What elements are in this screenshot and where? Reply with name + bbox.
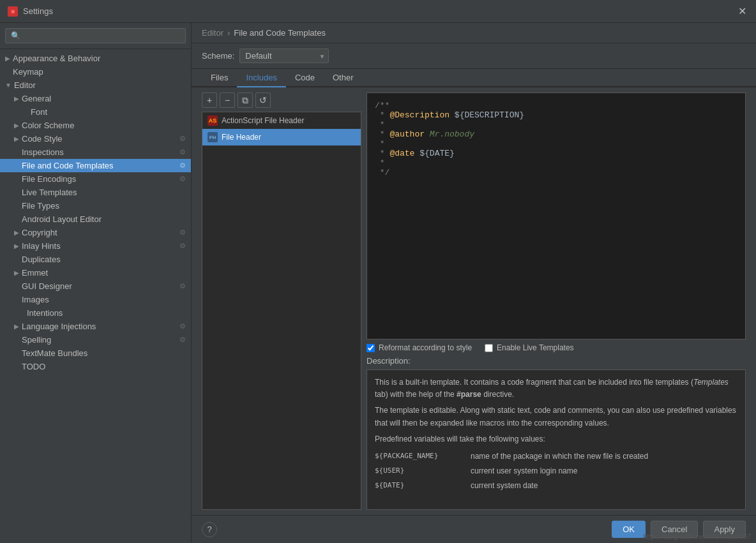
breadcrumb-current: File and Code Templates bbox=[234, 28, 326, 38]
sidebar-item-label: Language Injections bbox=[22, 322, 96, 331]
sidebar-item-textmate[interactable]: ▶ TextMate Bundles bbox=[0, 346, 191, 360]
breadcrumb: Editor › File and Code Templates bbox=[192, 23, 756, 43]
template-list-panel: + − ⧉ ↺ AS ActionScript File Header FH F… bbox=[202, 93, 361, 510]
sidebar-item-color-scheme[interactable]: ▶ Color Scheme bbox=[0, 119, 191, 132]
reformat-checkbox-label[interactable]: Reformat according to style bbox=[367, 343, 472, 352]
sidebar-item-label: File Encodings bbox=[22, 174, 76, 184]
var-desc: name of the package in which the new fil… bbox=[471, 450, 648, 463]
settings-badge: ⚙ bbox=[179, 175, 186, 183]
sidebar-item-label: Inlay Hints bbox=[22, 241, 61, 251]
settings-badge: ⚙ bbox=[179, 135, 186, 143]
sidebar-item-gui-designer[interactable]: ▶ GUI Designer ⚙ bbox=[0, 279, 191, 293]
sidebar-item-label: File and Code Templates bbox=[22, 161, 114, 170]
sidebar-item-live-templates[interactable]: ▶ Live Templates bbox=[0, 186, 191, 199]
tab-other[interactable]: Other bbox=[324, 69, 363, 87]
sidebar-item-general[interactable]: ▶ General bbox=[0, 92, 191, 105]
live-templates-checkbox[interactable] bbox=[485, 344, 493, 352]
remove-template-button[interactable]: − bbox=[220, 93, 235, 108]
tab-code[interactable]: Code bbox=[286, 69, 324, 87]
reformat-label: Reformat according to style bbox=[379, 343, 472, 352]
list-toolbar: + − ⧉ ↺ bbox=[202, 93, 361, 108]
sidebar-item-duplicates[interactable]: ▶ Duplicates bbox=[0, 253, 191, 266]
reset-template-button[interactable]: ↺ bbox=[255, 93, 271, 108]
main-content: ▶ Appearance & Behavior ▶ Keymap ▼ Edito… bbox=[0, 23, 756, 543]
sidebar-item-label: TODO bbox=[22, 362, 45, 371]
scheme-label: Scheme: bbox=[202, 51, 234, 61]
copy-template-button[interactable]: ⧉ bbox=[238, 93, 253, 108]
code-editor[interactable]: /** * @Description ${DESCRIPTION} * * @a… bbox=[367, 93, 746, 339]
search-input[interactable] bbox=[5, 28, 186, 43]
sidebar-item-label: Copyright bbox=[22, 228, 57, 237]
description-section: This is a built-in template. It contains… bbox=[367, 369, 746, 510]
sidebar-item-file-code-templates[interactable]: ▶ File and Code Templates ⚙ bbox=[0, 159, 191, 172]
live-templates-label: Enable Live Templates bbox=[497, 343, 574, 352]
description-text-1: This is a built-in template. It contains… bbox=[375, 376, 737, 401]
settings-dialog: ■ Settings ✕ ▶ Appearance & Behavior ▶ K… bbox=[0, 0, 756, 543]
sidebar-item-file-types[interactable]: ▶ File Types bbox=[0, 199, 191, 212]
sidebar-item-label: Editor bbox=[14, 80, 36, 90]
settings-badge: ⚙ bbox=[179, 282, 186, 290]
ok-button[interactable]: OK bbox=[612, 521, 646, 538]
options-row: Reformat according to style Enable Live … bbox=[367, 339, 746, 356]
sidebar-item-spelling[interactable]: ▶ Spelling ⚙ bbox=[0, 333, 191, 346]
settings-badge: ⚙ bbox=[179, 161, 186, 170]
title-bar: ■ Settings ✕ bbox=[0, 0, 756, 23]
scheme-select[interactable]: Default Project bbox=[239, 48, 329, 63]
sidebar-item-label: TextMate Bundles bbox=[22, 348, 87, 358]
tabs-row: Files Includes Code Other bbox=[192, 69, 756, 87]
close-button[interactable]: ✕ bbox=[736, 5, 748, 17]
sidebar-item-todo[interactable]: ▶ TODO bbox=[0, 360, 191, 373]
arrow-icon: ▶ bbox=[14, 269, 19, 276]
template-list: AS ActionScript File Header FH File Head… bbox=[202, 112, 361, 510]
variable-table: ${PACKAGE_NAME} name of the package in w… bbox=[375, 450, 737, 493]
sidebar-item-label: Duplicates bbox=[22, 255, 61, 264]
tab-includes[interactable]: Includes bbox=[237, 69, 285, 87]
tab-files[interactable]: Files bbox=[202, 69, 237, 87]
sidebar-item-label: General bbox=[22, 94, 51, 103]
arrow-icon: ▼ bbox=[5, 82, 11, 89]
reformat-checkbox[interactable] bbox=[367, 344, 375, 352]
sidebar-item-label: Inspections bbox=[22, 147, 64, 157]
var-desc: current system date bbox=[471, 480, 538, 492]
sidebar-item-images[interactable]: ▶ Images bbox=[0, 293, 191, 306]
arrow-icon: ▶ bbox=[14, 95, 19, 102]
sidebar-item-label: File Types bbox=[22, 201, 59, 211]
add-template-button[interactable]: + bbox=[202, 93, 217, 108]
description-title: Description: bbox=[367, 356, 746, 366]
sidebar-item-inlay-hints[interactable]: ▶ Inlay Hints ⚙ bbox=[0, 239, 191, 253]
sidebar-item-font[interactable]: ▶ Font bbox=[0, 105, 191, 119]
var-name: ${DATE} bbox=[375, 480, 471, 492]
sidebar-item-keymap[interactable]: ▶ Keymap bbox=[0, 65, 191, 78]
sidebar-item-language-injections[interactable]: ▶ Language Injections ⚙ bbox=[0, 320, 191, 333]
var-desc: current user system login name bbox=[471, 465, 577, 477]
sidebar-item-appearance[interactable]: ▶ Appearance & Behavior bbox=[0, 52, 191, 65]
sidebar-item-inspections[interactable]: ▶ Inspections ⚙ bbox=[0, 145, 191, 159]
breadcrumb-sep: › bbox=[227, 28, 230, 38]
dialog-title: Settings bbox=[23, 6, 736, 16]
sidebar-item-file-encodings[interactable]: ▶ File Encodings ⚙ bbox=[0, 172, 191, 186]
sidebar-item-label: Font bbox=[31, 107, 47, 117]
arrow-icon: ▶ bbox=[14, 323, 19, 330]
list-item[interactable]: FH File Header bbox=[202, 129, 361, 145]
sidebar-item-intentions[interactable]: ▶ Intentions bbox=[0, 306, 191, 320]
file-header-icon: FH bbox=[208, 132, 218, 142]
sidebar-item-label: Code Style bbox=[22, 134, 63, 144]
search-box bbox=[0, 23, 191, 49]
sidebar-item-android-layout[interactable]: ▶ Android Layout Editor bbox=[0, 212, 191, 226]
arrow-icon: ▶ bbox=[14, 122, 19, 129]
var-name: ${USER} bbox=[375, 465, 471, 477]
help-button[interactable]: ? bbox=[202, 522, 217, 537]
panel-body: + − ⧉ ↺ AS ActionScript File Header FH F… bbox=[192, 87, 756, 515]
sidebar-item-label: GUI Designer bbox=[22, 281, 72, 291]
sidebar-item-label: Spelling bbox=[22, 335, 51, 345]
settings-badge: ⚙ bbox=[179, 336, 186, 344]
sidebar-item-emmet[interactable]: ▶ Emmet bbox=[0, 266, 191, 279]
arrow-icon: ▶ bbox=[5, 55, 10, 62]
list-item[interactable]: AS ActionScript File Header bbox=[202, 112, 361, 129]
sidebar-item-copyright[interactable]: ▶ Copyright ⚙ bbox=[0, 226, 191, 239]
sidebar-item-code-style[interactable]: ▶ Code Style ⚙ bbox=[0, 132, 191, 145]
sidebar-item-label: Images bbox=[22, 295, 49, 304]
nav-tree: ▶ Appearance & Behavior ▶ Keymap ▼ Edito… bbox=[0, 49, 191, 543]
sidebar-item-editor[interactable]: ▼ Editor bbox=[0, 78, 191, 92]
live-templates-checkbox-label[interactable]: Enable Live Templates bbox=[485, 343, 574, 352]
